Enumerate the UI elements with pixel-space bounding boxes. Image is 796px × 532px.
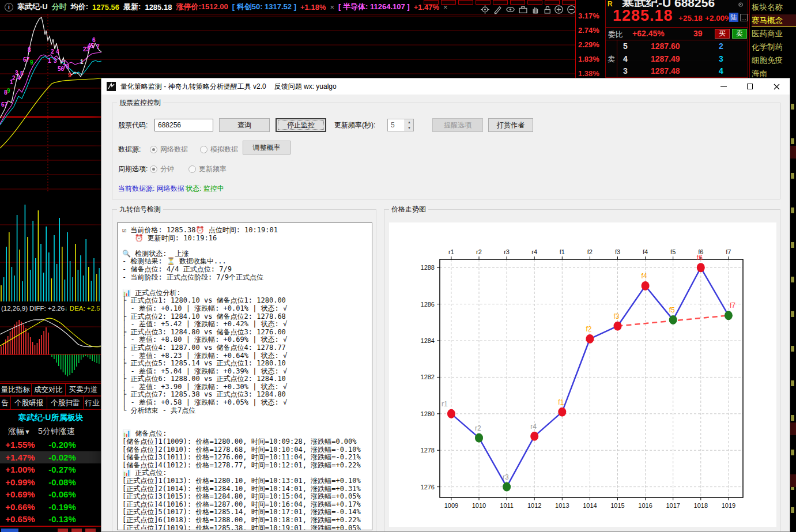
percent-label: 1.83% [578,55,599,63]
tab-2[interactable]: 个股研报 [11,396,47,410]
board-row[interactable]: +0.69%-0.06% [0,488,101,501]
svg-text:r4: r4 [531,248,537,255]
col-speed[interactable]: 5分钟涨速 [38,427,75,437]
radio-update-freq[interactable]: 更新频率 [188,162,227,176]
remind-options-button[interactable]: 提醒选项 [432,118,483,132]
tab-3[interactable]: 买卖力道 [66,383,101,396]
tab-1[interactable]: 告 [0,396,11,410]
sector-item[interactable]: 化学制药 [752,41,796,54]
current-source-text: 当前数据源: 网络数据 [118,182,184,195]
board-row[interactable]: +1.00%-0.27% [0,463,101,476]
topbar-last-value: 1285.18 [145,3,172,12]
gear-icon[interactable] [480,5,490,14]
topbar-index1-change: +1.18% [300,3,326,12]
more-button[interactable]: … [740,14,748,21]
speed-value: -0.06% [38,489,86,499]
gear-icon[interactable] [737,0,744,7]
group-title: 九转信号检测 [117,205,163,214]
freq-spinner[interactable]: 5 ▲ ▼ [387,119,414,131]
monitor-controls-group: 股票监控控制 股票代码: 查询 停止监控 更新频率(秒): 5 ▲ ▼ 提醒选项… [112,103,780,199]
pen-icon[interactable] [493,5,503,14]
board-row[interactable]: +1.55%-0.20% [0,439,101,451]
radio-icon [150,165,157,173]
period-label: 周期选项: [118,162,148,176]
stock-code-input[interactable] [154,119,213,131]
quote-stock-title: 寒武纪-U 688256 [622,0,715,7]
board-row[interactable]: +1.47%-0.02% [0,451,101,464]
svg-text:f4: f4 [643,248,648,255]
toolbox-icon[interactable] [518,5,528,14]
turn-sequence-marker: 45 [88,43,94,49]
quote-price: 1285.18 [613,7,673,25]
spin-down-icon[interactable]: ▼ [405,125,413,131]
sector-item[interactable]: 赛马概念 [752,14,796,27]
group-title: 股票监控控制 [117,98,163,108]
sort-desc-icon: ▼ [24,428,31,435]
board-table: +1.55%-0.20%+1.47%-0.02%+1.00%-0.27%+0.9… [0,439,101,526]
maximize-button[interactable] [737,78,763,95]
eye-icon[interactable] [505,5,515,14]
adjust-prob-button[interactable]: 调整概率 [243,141,291,154]
svg-text:f2: f2 [587,248,593,255]
change-value: +0.69% [0,489,40,499]
query-button[interactable]: 查询 [219,118,270,132]
topbar-index1: [ 科创50: 1317.52 ] [232,2,296,12]
donate-button[interactable]: 打赏作者 [488,118,533,132]
close-icon[interactable]: × [330,3,334,12]
col-change[interactable]: 涨幅▼ [8,427,31,437]
clipped-text-fragment [791,380,794,386]
board-row[interactable]: +0.66%-0.19% [0,501,101,514]
weibi-label: 委比 [608,29,623,40]
turn-sequence-marker: 7 [96,44,100,50]
sell-queue-row[interactable]: 51287.602 [617,40,748,53]
down-arrow-icon: ↓ [65,305,68,312]
code-label: 股票代码: [118,118,148,132]
topbar-avg-value: 1275.56 [92,3,119,12]
svg-text:f3: f3 [615,248,620,255]
turn-sequence-marker: 1 [80,59,84,65]
volume-pane [0,193,101,303]
change-value: +0.65% [0,514,40,524]
turn-sequence-marker: 3 [54,58,57,64]
close-button[interactable] [763,78,790,95]
report-tabs: 告个股研报个股扫雷行业 [0,396,101,410]
weicha-value: 39 [693,29,703,38]
sell-button[interactable]: 卖 [732,29,747,39]
zoom-in-icon[interactable] [554,5,564,14]
source-label: 数据源: [118,142,141,156]
lock-icon[interactable] [542,5,552,14]
tab-2[interactable]: 成交对比 [32,383,66,396]
svg-text:1010: 1010 [472,502,486,509]
spin-up-icon[interactable]: ▲ [405,119,413,125]
tab-4[interactable]: 行业 [84,396,101,410]
sell-queue-row[interactable]: 41287.493 [617,53,748,66]
turn-sequence-marker: 2 [12,76,16,81]
svg-text:1280: 1280 [421,410,435,417]
monitor-dialog: 量化策略监测 - 神奇九转策略分析提醒工具 v2.0 反馈问题 wx: yual… [101,78,790,532]
buy-button[interactable]: 买 [715,29,730,39]
minimize-button[interactable] [710,78,737,95]
svg-text:r1: r1 [442,400,448,408]
radio-minute[interactable]: 分钟 [150,162,174,176]
stop-monitor-button[interactable]: 停止监控 [276,118,326,132]
svg-text:1018: 1018 [694,502,708,509]
tab-1[interactable]: 量比指标 [0,383,32,396]
svg-text:f5: f5 [669,306,675,314]
board-row[interactable]: +0.99%-0.08% [0,476,101,489]
radio-sim-data[interactable]: 模拟数据 [200,142,238,156]
dialog-titlebar[interactable]: 量化策略监测 - 神奇九转策略分析提醒工具 v2.0 反馈问题 wx: yual… [101,78,790,95]
sector-item[interactable]: 细胞免疫 [752,54,796,67]
hand-icon[interactable] [531,5,541,14]
svg-text:1278: 1278 [421,447,435,454]
board-row[interactable]: +0.65%-0.13% [0,513,101,526]
toolbar-fragment [545,0,560,5]
signal-output[interactable]: ☑ 当前价格: 1285.38⏰ 点位时间: 10:19:01 ⏰ 更新时间: … [117,222,372,530]
sector-item[interactable]: 医药商业 [752,28,796,40]
clipped-text-fragment [791,277,794,282]
sector-item[interactable]: 海南 [752,67,796,78]
radio-network-data[interactable]: 网络数据 [150,142,188,156]
quote-change-pct: +2.00% [705,14,731,22]
tab-3[interactable]: 个股扫雷 [47,396,84,410]
sell-queue-row[interactable]: 31287.484 [617,65,748,78]
freq-value: 5 [391,121,395,129]
